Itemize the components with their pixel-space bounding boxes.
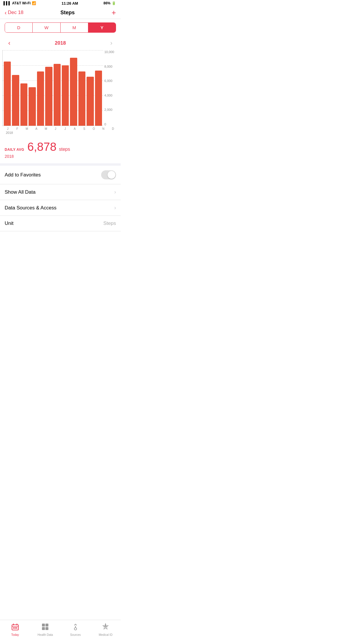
bar-M (20, 83, 27, 126)
unit-right: Steps (103, 220, 116, 226)
bar-A (62, 65, 69, 126)
data-sources-label: Data Sources & Access (5, 205, 57, 211)
y-label-8000: 8,000 (103, 65, 118, 68)
add-favorites-right (101, 170, 116, 179)
unit-row[interactable]: Unit Steps (0, 216, 121, 231)
bar-J (4, 62, 11, 126)
x-label-d: D (108, 127, 118, 130)
prev-year-button[interactable]: ‹ (5, 38, 14, 48)
bar-col-J (45, 50, 53, 126)
wifi-icon: 📶 (32, 1, 36, 5)
unit-label: Unit (5, 220, 13, 226)
x-label-m2: M (41, 127, 51, 130)
data-sources-row[interactable]: Data Sources & Access › (0, 200, 121, 216)
next-year-button[interactable]: › (107, 38, 116, 48)
x-label-a2: A (70, 127, 80, 130)
chart-container: 10,000 8,000 6,000 4,000 2,000 0 J F M A… (0, 50, 121, 137)
add-favorites-row[interactable]: Add to Favorites (0, 166, 121, 184)
status-carrier: ▌▌▌ AT&T Wi-Fi 📶 (3, 1, 36, 5)
period-day[interactable]: D (5, 23, 33, 32)
period-month[interactable]: M (61, 23, 88, 32)
chart-year-label: 2018 (2, 130, 118, 137)
battery-icon: 🔋 (112, 1, 116, 5)
period-week[interactable]: W (33, 23, 60, 32)
x-labels: J F M A M J J A S O N D (2, 126, 118, 130)
y-label-10000: 10,000 (103, 50, 118, 54)
status-battery: 86% 🔋 (103, 1, 116, 5)
bar-col-M (20, 50, 28, 126)
y-label-2000: 2,000 (103, 108, 118, 111)
year-nav: ‹ 2018 › (0, 36, 121, 50)
bar-col-S (69, 50, 78, 126)
period-year[interactable]: Y (88, 23, 116, 32)
bars-wrapper (3, 50, 103, 126)
x-label-j: J (3, 127, 13, 130)
y-label-6000: 6,000 (103, 79, 118, 83)
data-sources-right: › (114, 205, 116, 211)
page-title: Steps (60, 10, 75, 16)
daily-avg-unit: steps (59, 147, 70, 152)
chevron-right-icon-2: › (114, 205, 116, 211)
chevron-left-icon: ‹ (5, 9, 7, 16)
bar-col-J (53, 50, 61, 126)
daily-avg-label: DAILY AVG (5, 148, 24, 152)
bar-A (29, 87, 36, 126)
x-label-m1: M (22, 127, 32, 130)
chevron-right-icon: › (114, 189, 116, 195)
bar-M (37, 71, 44, 126)
period-selector: D W M Y (5, 22, 116, 33)
x-label-j2: J (51, 127, 60, 130)
unit-value: Steps (103, 220, 116, 226)
y-label-4000: 4,000 (103, 94, 118, 97)
list-section: Add to Favorites Show All Data › Data So… (0, 166, 121, 231)
show-all-data-row[interactable]: Show All Data › (0, 184, 121, 200)
bar-N (87, 77, 94, 126)
bar-col-M (36, 50, 45, 126)
chart-bars (2, 50, 103, 126)
y-label-0: 0 (103, 123, 118, 126)
nav-bar: ‹ Dec 18 Steps + (0, 6, 121, 19)
x-label-j3: J (60, 127, 70, 130)
bar-J (45, 67, 52, 126)
bar-col-N (86, 50, 94, 126)
bar-col-D (94, 50, 103, 126)
x-label-a1: A (31, 127, 41, 130)
bar-col-O (78, 50, 86, 126)
daily-avg-row: DAILY AVG 6,878 steps (5, 140, 116, 153)
x-label-n: N (99, 127, 108, 130)
x-label-f: F (13, 127, 22, 130)
bar-F (12, 75, 19, 126)
status-time: 11:26 AM (61, 1, 78, 6)
year-label: 2018 (55, 40, 66, 46)
daily-avg-year: 2018 (5, 154, 116, 159)
bar-col-F (11, 50, 20, 126)
bar-J (54, 64, 61, 126)
bar-O (78, 71, 85, 126)
status-bar: ▌▌▌ AT&T Wi-Fi 📶 11:26 AM 86% 🔋 (0, 0, 121, 6)
bar-D (95, 71, 102, 126)
bar-col-J (3, 50, 11, 126)
daily-avg-value: 6,878 (27, 140, 57, 153)
bar-S (70, 58, 77, 126)
x-label-o: O (89, 127, 99, 130)
show-all-data-right: › (114, 189, 116, 195)
daily-avg-section: DAILY AVG 6,878 steps 2018 (0, 137, 121, 166)
x-label-s: S (80, 127, 89, 130)
add-button[interactable]: + (112, 9, 116, 16)
bar-col-A (28, 50, 36, 126)
toggle-knob (108, 171, 115, 179)
signal-icon: ▌▌▌ (3, 1, 11, 5)
back-button[interactable]: ‹ Dec 18 (5, 9, 24, 16)
bar-col-A (61, 50, 69, 126)
show-all-data-label: Show All Data (5, 189, 36, 195)
chart-y-axis: 10,000 8,000 6,000 4,000 2,000 0 (103, 50, 118, 126)
favorites-toggle[interactable] (101, 170, 116, 179)
add-favorites-label: Add to Favorites (5, 172, 41, 178)
